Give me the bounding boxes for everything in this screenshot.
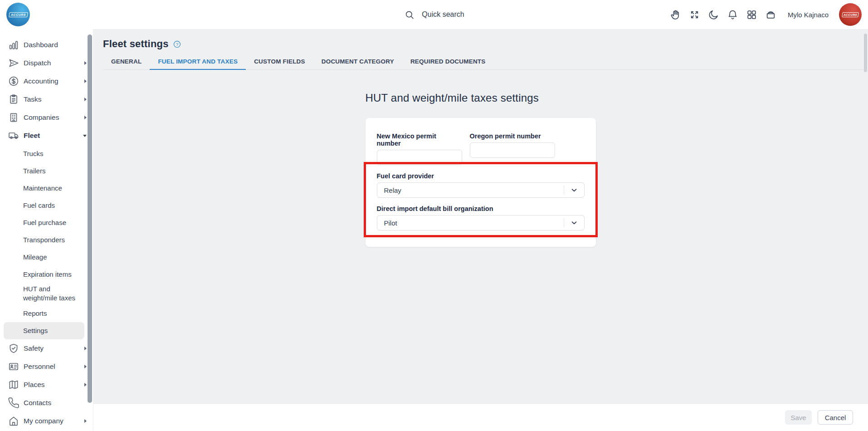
building-icon	[8, 112, 20, 123]
tab-document-category[interactable]: DOCUMENT CATEGORY	[313, 55, 402, 70]
cancel-button[interactable]: Cancel	[818, 410, 853, 425]
chevron-down-icon[interactable]	[564, 186, 584, 194]
oregon-permit-field: Oregon permit number	[470, 132, 555, 165]
fuel-card-provider-group: Fuel card provider Relay	[377, 172, 585, 198]
top-bar: ACCUR8 Quick search	[0, 0, 868, 29]
phone-icon	[8, 397, 20, 409]
settings-form-column: HUT and weight/mile taxes settings New M…	[366, 92, 596, 247]
tab-general[interactable]: GENERAL	[103, 55, 150, 70]
sidebar-item-label: Tasks	[24, 95, 42, 103]
quick-search[interactable]: Quick search	[404, 9, 464, 20]
sidebar-item-dispatch[interactable]: Dispatch	[0, 54, 93, 72]
main-content: Fleet settings ? GENERAL FUEL IMPORT AND…	[93, 29, 868, 431]
fuel-card-provider-label: Fuel card provider	[377, 172, 585, 180]
chevron-right-icon	[84, 79, 87, 83]
app-logo-text: ACCUR8	[9, 12, 28, 17]
sidebar-subitem-reports[interactable]: Reports	[0, 305, 93, 322]
sidebar-subitem-settings[interactable]: Settings	[4, 322, 84, 339]
new-mexico-permit-field: New Mexico permit number	[377, 132, 462, 165]
sidebar-item-label: Accounting	[24, 77, 59, 85]
direct-import-org-group: Direct import default bill organization …	[377, 205, 585, 230]
shield-check-icon	[8, 343, 20, 354]
tab-custom-fields[interactable]: CUSTOM FIELDS	[246, 55, 313, 70]
chevron-right-icon	[84, 419, 87, 423]
archive-drawer-icon[interactable]	[765, 9, 776, 20]
new-mexico-permit-label: New Mexico permit number	[377, 132, 462, 147]
sidebar-subitem-trucks[interactable]: Trucks	[0, 145, 93, 162]
sidebar-item-label: Companies	[24, 113, 59, 122]
oregon-permit-input[interactable]	[470, 142, 555, 158]
sidebar-item-contacts[interactable]: Contacts	[0, 394, 93, 412]
sidebar-subitem-expiration-items[interactable]: Expiration items	[0, 265, 93, 283]
user-avatar[interactable]: ACCUR8	[839, 3, 862, 26]
home-icon	[8, 415, 20, 427]
sidebar-item-safety[interactable]: Safety	[0, 339, 93, 358]
tab-required-documents[interactable]: REQUIRED DOCUMENTS	[402, 55, 494, 70]
select-controls	[564, 186, 584, 195]
sidebar-item-label: Dispatch	[24, 59, 51, 67]
fuel-card-provider-select[interactable]: Relay	[377, 182, 585, 198]
sidebar-subitem-transponders[interactable]: Transponders	[0, 231, 93, 248]
clipboard-icon	[8, 93, 20, 105]
settings-card: New Mexico permit number Oregon permit n…	[366, 118, 596, 247]
new-mexico-permit-input[interactable]	[377, 150, 462, 165]
user-name[interactable]: Mylo Kajnaco	[788, 11, 829, 19]
sidebar-subitem-fuel-cards[interactable]: Fuel cards	[0, 196, 93, 214]
direct-import-org-select[interactable]: Pilot	[377, 215, 585, 230]
sidebar-item-label: Places	[24, 381, 45, 389]
chevron-right-icon	[84, 116, 87, 119]
save-button[interactable]: Save	[785, 410, 812, 425]
settings-card-wrapper: New Mexico permit number Oregon permit n…	[366, 118, 596, 247]
settings-tabs: GENERAL FUEL IMPORT AND TAXES CUSTOM FIE…	[103, 55, 863, 70]
app-logo[interactable]: ACCUR8	[6, 3, 30, 26]
send-icon	[8, 57, 20, 69]
sidebar-item-label: Safety	[24, 344, 44, 353]
map-icon	[8, 379, 20, 391]
sidebar-item-label: Fleet	[24, 132, 40, 140]
sidebar-scrollbar[interactable]	[88, 34, 92, 403]
sidebar-subitem-trailers[interactable]: Trailers	[0, 162, 93, 179]
fuel-card-provider-value: Relay	[384, 186, 401, 194]
page-title: Fleet settings	[103, 38, 169, 50]
sidebar-item-companies[interactable]: Companies	[0, 108, 93, 127]
sidebar-item-label: Contacts	[24, 399, 51, 407]
sidebar-item-personnel[interactable]: Personnel	[0, 358, 93, 376]
sidebar-item-dashboard[interactable]: Dashboard	[0, 36, 93, 54]
permit-fields-row: New Mexico permit number Oregon permit n…	[377, 132, 585, 165]
chevron-right-icon	[84, 365, 87, 368]
raise-hand-icon[interactable]	[670, 9, 681, 20]
sidebar-subitem-fuel-purchase[interactable]: Fuel purchase	[0, 214, 93, 231]
oregon-permit-label: Oregon permit number	[470, 132, 555, 140]
chevron-down-icon[interactable]	[564, 219, 584, 227]
help-icon[interactable]: ?	[173, 40, 181, 48]
chevron-right-icon	[84, 347, 87, 350]
sidebar-subitem-mileage[interactable]: Mileage	[0, 248, 93, 265]
chevron-right-icon	[84, 98, 87, 101]
quick-search-placeholder: Quick search	[422, 10, 464, 19]
sidebar-item-places[interactable]: Places	[0, 376, 93, 394]
sidebar-item-my-company[interactable]: My company	[0, 412, 93, 430]
truck-icon	[8, 130, 20, 142]
notifications-icon[interactable]	[727, 9, 738, 20]
sidebar-item-fleet[interactable]: Fleet	[0, 127, 93, 145]
select-controls	[564, 218, 584, 227]
sidebar-item-label: My company	[24, 417, 63, 425]
section-heading: HUT and weight/mile taxes settings	[366, 92, 596, 104]
main-scrollbar[interactable]	[864, 34, 867, 72]
sidebar-item-tasks[interactable]: Tasks	[0, 90, 93, 108]
sidebar-subitem-maintenance[interactable]: Maintenance	[0, 179, 93, 196]
user-avatar-text: ACCUR8	[842, 12, 859, 17]
apps-grid-icon[interactable]	[746, 9, 757, 20]
sidebar-item-label: Dashboard	[24, 41, 58, 49]
tab-fuel-import-and-taxes[interactable]: FUEL IMPORT AND TAXES	[150, 55, 246, 70]
dark-mode-icon[interactable]	[708, 9, 719, 20]
id-badge-icon	[8, 361, 20, 372]
search-icon	[404, 9, 415, 20]
svg-text:?: ?	[176, 42, 178, 46]
bar-chart-icon	[8, 39, 20, 51]
fullscreen-icon[interactable]	[689, 9, 700, 20]
sidebar-item-accounting[interactable]: Accounting	[0, 72, 93, 90]
sidebar-subitem-hut-taxes[interactable]: HUT and weight/mile taxes	[0, 283, 93, 305]
chevron-down-icon	[83, 135, 87, 137]
top-bar-actions: Mylo Kajnaco ACCUR8	[670, 3, 862, 26]
